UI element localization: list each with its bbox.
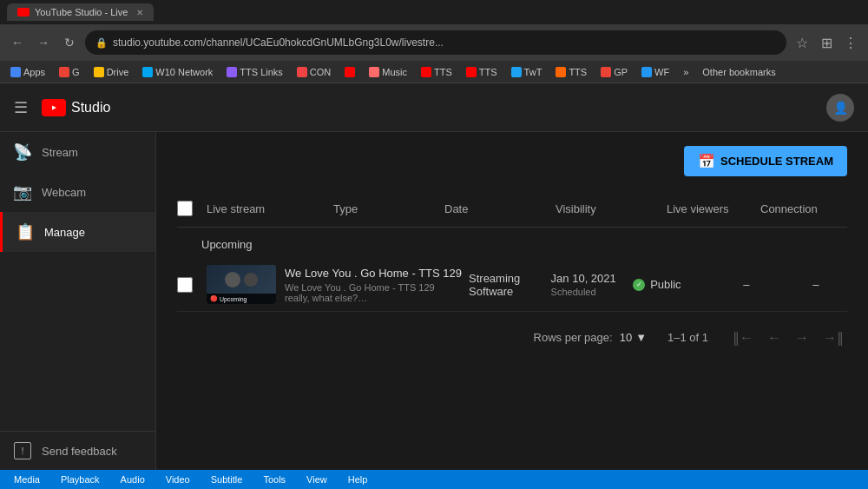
bookmark-gp[interactable]: GP: [597, 65, 631, 79]
back-button[interactable]: ←: [7, 32, 28, 53]
refresh-button[interactable]: ↻: [59, 32, 80, 53]
bookmark-other[interactable]: Other bookmarks: [699, 65, 779, 79]
tab-favicon: [17, 8, 30, 17]
twt-favicon: [511, 67, 522, 77]
bookmark-twt[interactable]: TwT: [508, 65, 546, 79]
bookmark-apps-label: Apps: [23, 67, 45, 77]
stream-type-line1: Streaming: [469, 272, 544, 285]
feedback-label: Send feedback: [42, 445, 117, 458]
schedule-stream-button[interactable]: 📅 SCHEDULE STREAM: [684, 146, 847, 176]
bookmark-wf[interactable]: WF: [638, 65, 673, 79]
yt-logo-icon: [42, 99, 66, 116]
taskbar-tools[interactable]: Tools: [256, 473, 293, 486]
row-checkbox[interactable]: [177, 277, 193, 293]
drive-favicon: [94, 67, 104, 77]
apps-favicon: [10, 67, 21, 77]
stream-viewers-cell: –: [715, 278, 778, 291]
prev-page-button[interactable]: ←: [764, 327, 785, 349]
gp-favicon: [601, 67, 611, 77]
bookmark-con[interactable]: CON: [293, 65, 334, 79]
bookmark-google[interactable]: G: [56, 65, 83, 79]
browser-controls: ← → ↻ 🔒 studio.youtube.com/channel/UCaEu…: [0, 24, 868, 61]
taskbar-video[interactable]: Video: [159, 473, 197, 486]
bookmark-star-button[interactable]: ☆: [792, 32, 812, 53]
bookmark-tts1-label: TTS: [434, 67, 452, 77]
lock-icon: 🔒: [95, 37, 108, 49]
first-page-button[interactable]: ‖←: [729, 326, 757, 349]
bookmark-w10[interactable]: W10 Network: [139, 65, 216, 79]
bookmark-music[interactable]: Music: [365, 65, 411, 79]
stream-text: We Love You . Go Home - TTS 129 We Love …: [285, 267, 462, 303]
user-avatar[interactable]: 👤: [826, 94, 854, 122]
rows-per-page-label: Rows per page:: [534, 331, 613, 344]
tts1-favicon: [421, 67, 431, 77]
tts2-favicon: [466, 67, 477, 77]
main-content: 📅 SCHEDULE STREAM Live stream Type Date …: [156, 132, 868, 470]
rows-per-page: Rows per page: 10 ▼: [534, 331, 647, 344]
bookmark-yt1[interactable]: [341, 65, 358, 79]
feedback-icon: !: [14, 442, 31, 459]
app: ☰ Studio 👤 📡 Stream 📷 Webcam 📋 Ma: [0, 83, 868, 470]
rows-per-page-value: 10: [620, 331, 632, 344]
last-page-button[interactable]: →‖: [819, 326, 847, 349]
bookmark-music-label: Music: [382, 67, 407, 77]
bookmarks-bar: Apps G Drive W10 Network TTS Links CON M…: [0, 61, 868, 83]
bookmark-drive[interactable]: Drive: [90, 65, 133, 79]
extensions-button[interactable]: ⊞: [816, 32, 837, 53]
taskbar-audio[interactable]: Audio: [114, 473, 152, 486]
bookmark-more[interactable]: »: [680, 65, 692, 79]
avatar-placeholder: 👤: [833, 101, 848, 115]
tab-close-button[interactable]: ✕: [136, 8, 143, 17]
body-layout: 📡 Stream 📷 Webcam 📋 Manage ! Send feedba…: [0, 132, 868, 470]
schedule-button-label: SCHEDULE STREAM: [720, 155, 833, 168]
rows-per-page-select[interactable]: 10 ▼: [620, 331, 647, 344]
sidebar-feedback[interactable]: ! Send feedback: [0, 431, 155, 470]
bookmark-tts-links[interactable]: TTS Links: [223, 65, 286, 79]
table-row: 🔴 Upcoming We Love You . Go Home - TTS 1…: [177, 258, 847, 312]
stream-visibility-cell: ✓ Public: [633, 278, 708, 291]
stream-info: 🔴 Upcoming We Love You . Go Home - TTS 1…: [207, 265, 462, 304]
stream-thumbnail[interactable]: 🔴 Upcoming: [207, 265, 276, 304]
taskbar-media[interactable]: Media: [7, 473, 47, 486]
taskbar-subtitle[interactable]: Subtitle: [204, 473, 250, 486]
manage-icon: 📋: [16, 222, 34, 241]
bookmark-twt-label: TwT: [524, 67, 542, 77]
bookmark-tts1[interactable]: TTS: [418, 65, 456, 79]
bookmark-w10-label: W10 Network: [155, 67, 213, 77]
taskbar-view[interactable]: View: [299, 473, 334, 486]
yt1-favicon: [345, 67, 355, 77]
sidebar-stream-label: Stream: [42, 146, 78, 159]
stream-visibility-label: Public: [650, 278, 681, 291]
stream-icon: 📡: [14, 142, 31, 162]
tts-links-favicon: [227, 67, 237, 77]
menu-button[interactable]: ⋮: [840, 32, 861, 53]
browser-chrome: YouTube Studio - Live ✕ ← → ↻ 🔒 studio.y…: [0, 0, 868, 61]
sidebar-webcam-label: Webcam: [42, 186, 86, 199]
bookmark-other-label: Other bookmarks: [702, 67, 775, 77]
stream-date-status: Scheduled: [551, 287, 627, 297]
studio-header: ☰ Studio 👤: [0, 83, 868, 132]
stream-title: We Love You . Go Home - TTS 129: [285, 267, 462, 280]
col-type-header: Type: [333, 202, 437, 215]
select-all-checkbox[interactable]: [177, 201, 193, 216]
bookmark-tts3-label: TTS: [569, 67, 587, 77]
forward-button[interactable]: →: [33, 32, 54, 53]
hamburger-menu-button[interactable]: ☰: [14, 98, 28, 117]
bookmark-drive-label: Drive: [107, 67, 129, 77]
taskbar-playback[interactable]: Playback: [54, 473, 107, 486]
bookmark-tts3[interactable]: TTS: [552, 65, 590, 79]
next-page-button[interactable]: →: [792, 327, 812, 349]
sidebar-item-stream[interactable]: 📡 Stream: [0, 132, 155, 172]
w10-favicon: [142, 67, 153, 77]
address-bar[interactable]: 🔒 studio.youtube.com/channel/UCaEu0hokcd…: [85, 30, 786, 55]
col-viewers-header: Live viewers: [667, 202, 753, 215]
content-header: 📅 SCHEDULE STREAM: [156, 132, 868, 190]
browser-tab-active[interactable]: YouTube Studio - Live ✕: [7, 3, 154, 21]
bookmark-tts2[interactable]: TTS: [463, 65, 501, 79]
wf-favicon: [641, 67, 652, 77]
sidebar-item-webcam[interactable]: 📷 Webcam: [0, 172, 155, 212]
bookmark-apps[interactable]: Apps: [7, 65, 49, 79]
url-text: studio.youtube.com/channel/UCaEu0hokcdGn…: [113, 36, 776, 49]
taskbar-help[interactable]: Help: [341, 473, 375, 486]
sidebar-item-manage[interactable]: 📋 Manage: [0, 212, 155, 252]
